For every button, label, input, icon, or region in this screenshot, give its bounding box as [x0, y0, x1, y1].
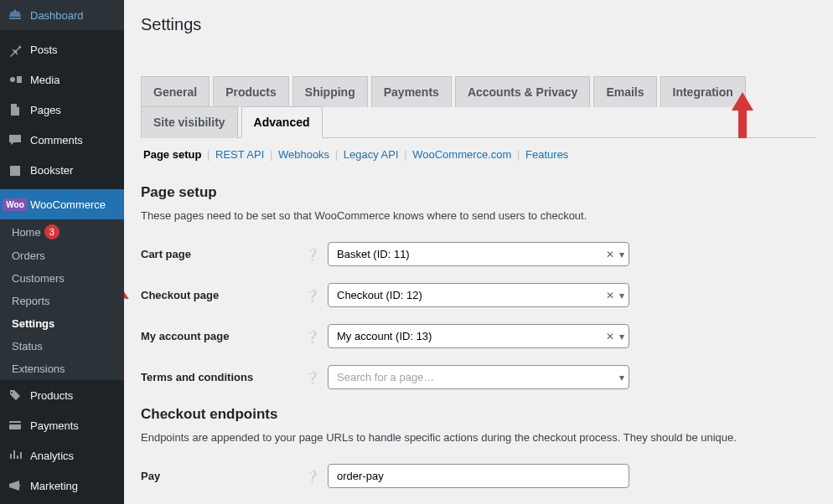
notification-badge: 3: [44, 224, 60, 239]
chevron-down-icon[interactable]: ▾: [619, 372, 624, 383]
tab-integration[interactable]: Integration: [660, 76, 746, 107]
tab-emails[interactable]: Emails: [593, 76, 656, 107]
submenu-label: Home: [12, 226, 41, 239]
label-checkout-page: Checkout page: [141, 289, 304, 301]
sidebar-label: Pages: [30, 104, 61, 116]
sidebar-label: Products: [30, 389, 73, 402]
main-content: Settings General Products Shipping Payme…: [124, 0, 833, 504]
submenu-item-extensions[interactable]: Extensions: [0, 357, 124, 380]
select-cart-page[interactable]: [328, 242, 629, 266]
submenu-item-orders[interactable]: Orders: [0, 244, 124, 267]
sidebar-label: Marketing: [30, 480, 78, 492]
subtab-features[interactable]: Features: [525, 148, 568, 161]
pin-icon: [7, 41, 23, 58]
products-icon: [7, 387, 23, 404]
pages-icon: [7, 101, 23, 118]
submenu-item-reports[interactable]: Reports: [0, 290, 124, 312]
svg-rect-1: [9, 421, 21, 429]
tab-payments[interactable]: Payments: [371, 76, 452, 107]
clear-icon[interactable]: ✕: [606, 290, 614, 301]
media-icon: [7, 71, 23, 88]
sidebar-label: Dashboard: [30, 9, 84, 22]
calendar-icon: [7, 162, 23, 178]
annotation-arrow-right: [124, 256, 136, 310]
submenu-item-status[interactable]: Status: [0, 335, 124, 357]
settings-tabs: General Products Shipping Payments Accou…: [141, 76, 816, 138]
sidebar-item-comments[interactable]: Comments: [0, 125, 124, 155]
dashboard-icon: [7, 7, 23, 23]
sidebar-item-analytics[interactable]: Analytics: [0, 440, 124, 471]
subtab-page-setup[interactable]: Page setup: [143, 148, 201, 161]
subtab-rest-api[interactable]: REST API: [215, 148, 264, 161]
sidebar-item-media[interactable]: Media: [0, 64, 124, 95]
select-terms-page[interactable]: [328, 365, 629, 389]
page-title: Settings: [141, 15, 816, 34]
select-account-page[interactable]: [328, 324, 629, 348]
help-icon[interactable]: ❔: [304, 370, 319, 385]
section-title-page-setup: Page setup: [141, 184, 816, 201]
subtab-webhooks[interactable]: Webhooks: [278, 148, 329, 161]
payments-icon: [7, 417, 23, 434]
sidebar-label: Media: [30, 74, 60, 86]
chevron-down-icon[interactable]: ▾: [619, 290, 624, 301]
help-icon[interactable]: ❔: [304, 288, 319, 303]
sidebar-item-marketing[interactable]: Marketing: [0, 471, 124, 501]
label-terms-page: Terms and conditions: [141, 371, 304, 383]
subtab-woo-com[interactable]: WooCommerce.com: [412, 148, 511, 161]
svg-point-0: [10, 77, 15, 82]
label-pay: Pay: [141, 470, 304, 482]
analytics-icon: [7, 447, 23, 464]
marketing-icon: [7, 477, 23, 494]
section-desc-endpoints: Endpoints are appended to your page URLs…: [141, 431, 816, 444]
submenu-item-home[interactable]: Home 3: [0, 219, 124, 244]
help-icon[interactable]: ❔: [304, 469, 319, 484]
woo-icon: Woo: [7, 196, 23, 213]
submenu-item-customers[interactable]: Customers: [0, 267, 124, 290]
tab-general[interactable]: General: [141, 76, 210, 107]
tab-visibility[interactable]: Site visibility: [141, 106, 238, 138]
admin-sidebar: Dashboard Posts Media Pages Comments Boo…: [0, 0, 124, 504]
input-pay-endpoint[interactable]: [328, 464, 629, 488]
tab-accounts[interactable]: Accounts & Privacy: [455, 76, 591, 107]
submenu-item-settings[interactable]: Settings: [0, 312, 124, 335]
section-desc-page-setup: These pages need to be set so that WooCo…: [141, 209, 816, 222]
comments-icon: [7, 131, 23, 148]
row-terms-page: Terms and conditions ❔ ▾: [141, 365, 816, 389]
clear-icon[interactable]: ✕: [606, 331, 614, 342]
sidebar-label: Payments: [30, 419, 79, 432]
label-cart-page: Cart page: [141, 248, 304, 260]
row-checkout-page: Checkout page ❔ ✕▾: [141, 283, 816, 307]
clear-icon[interactable]: ✕: [606, 249, 614, 260]
row-account-page: My account page ❔ ✕▾: [141, 324, 816, 348]
help-icon[interactable]: ❔: [304, 329, 319, 344]
sidebar-item-pages[interactable]: Pages: [0, 95, 124, 125]
woocommerce-submenu: Home 3 Orders Customers Reports Settings…: [0, 219, 124, 380]
sidebar-label: Posts: [30, 44, 58, 56]
tab-shipping[interactable]: Shipping: [292, 76, 368, 107]
tab-products[interactable]: Products: [213, 76, 289, 107]
section-title-endpoints: Checkout endpoints: [141, 406, 816, 423]
sidebar-item-products[interactable]: Products: [0, 380, 124, 410]
sidebar-item-posts[interactable]: Posts: [0, 34, 124, 64]
help-icon[interactable]: ❔: [304, 247, 319, 262]
subtab-legacy-api[interactable]: Legacy API: [344, 148, 399, 161]
sidebar-item-bookster[interactable]: Bookster: [0, 155, 124, 185]
sidebar-label: Comments: [30, 134, 83, 147]
sidebar-item-woocommerce[interactable]: Woo WooCommerce: [0, 189, 124, 219]
sidebar-item-payments[interactable]: Payments: [0, 410, 124, 440]
sub-tabs: Page setup | REST API | Webhooks | Legac…: [141, 138, 816, 169]
row-cart-page: Cart page ❔ ✕▾: [141, 242, 816, 266]
sidebar-label: WooCommerce: [30, 198, 106, 211]
chevron-down-icon[interactable]: ▾: [619, 249, 624, 260]
sidebar-label: Bookster: [30, 164, 73, 177]
tab-advanced[interactable]: Advanced: [241, 106, 323, 138]
chevron-down-icon[interactable]: ▾: [619, 331, 624, 342]
sidebar-label: Analytics: [30, 450, 74, 462]
label-account-page: My account page: [141, 330, 304, 342]
sidebar-item-dashboard[interactable]: Dashboard: [0, 0, 124, 30]
row-pay-endpoint: Pay ❔: [141, 464, 816, 488]
select-checkout-page[interactable]: [328, 283, 629, 307]
